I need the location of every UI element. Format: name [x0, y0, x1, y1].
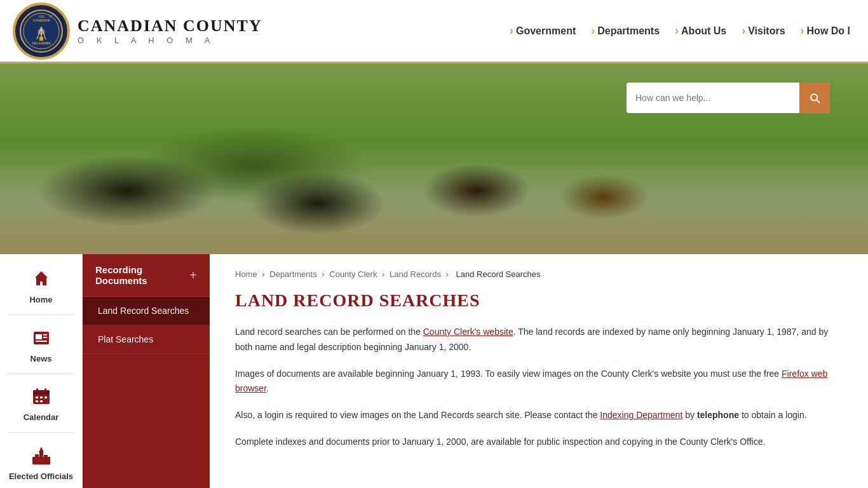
- nav-plat-searches[interactable]: Plat Searches: [83, 325, 210, 354]
- nav-departments[interactable]: › Departments: [586, 22, 665, 40]
- svg-rect-21: [36, 396, 38, 398]
- nav-government[interactable]: › Government: [505, 22, 581, 40]
- seal-icon: CANADIAN OKLAHOMA 1890 OK: [19, 9, 64, 53]
- county-clerk-website-link[interactable]: County Clerk's website: [423, 327, 513, 337]
- svg-rect-29: [44, 455, 48, 459]
- sidebar-item-news[interactable]: News: [0, 320, 82, 369]
- breadcrumb-departments[interactable]: Departments: [269, 269, 316, 279]
- svg-rect-19: [36, 388, 38, 392]
- sidebar-calendar-label: Calendar: [24, 412, 59, 423]
- svg-text:OK: OK: [49, 15, 53, 18]
- sidebar-icons: Home News: [0, 254, 83, 488]
- svg-marker-30: [39, 447, 44, 452]
- svg-rect-24: [36, 400, 38, 402]
- content-area: Home › Departments › County Clerk › Land…: [210, 254, 868, 488]
- logo-text: CANADIAN COUNTY O K L A H O M A: [78, 17, 262, 45]
- sidebar-home-label: Home: [29, 295, 52, 305]
- svg-rect-25: [40, 400, 43, 402]
- chevron-icon: ›: [591, 24, 595, 37]
- calendar-icon: [28, 383, 55, 410]
- state-name: O K L A H O M A: [78, 36, 262, 45]
- content-para-1: Land record searches can be performed on…: [235, 325, 843, 355]
- search-icon: [808, 92, 821, 104]
- svg-rect-27: [35, 454, 39, 459]
- plus-icon: +: [189, 268, 197, 283]
- main-nav: › Government › Departments › About Us › …: [505, 22, 855, 40]
- sidebar-news-label: News: [31, 354, 52, 364]
- svg-rect-14: [43, 334, 47, 336]
- svg-rect-22: [40, 396, 43, 398]
- svg-rect-18: [33, 390, 50, 395]
- nav-recording-documents[interactable]: Recording Documents +: [83, 254, 210, 297]
- page-title: LAND RECORD SEARCHES: [235, 290, 843, 311]
- nav-visitors[interactable]: › Visitors: [736, 22, 790, 40]
- indexing-department-link[interactable]: Indexing Department: [600, 410, 682, 420]
- chevron-icon: ›: [742, 24, 745, 37]
- svg-rect-16: [36, 341, 47, 342]
- svg-rect-20: [44, 388, 46, 392]
- content-para-2: Images of documents are available beginn…: [235, 367, 843, 397]
- nav-how-do-i[interactable]: › How Do I: [796, 22, 855, 40]
- search-button[interactable]: [799, 83, 830, 113]
- svg-point-8: [37, 29, 45, 35]
- sidebar-item-elected-officials[interactable]: Elected Officials: [0, 437, 82, 487]
- county-name: CANADIAN COUNTY: [78, 17, 262, 36]
- nav-land-record-searches[interactable]: Land Record Searches: [83, 297, 210, 325]
- svg-rect-15: [43, 337, 47, 338]
- breadcrumb: Home › Departments › County Clerk › Land…: [235, 269, 843, 279]
- search-input[interactable]: [627, 93, 799, 103]
- content-para-3: Also, a login is required to view images…: [235, 408, 843, 423]
- left-nav: Recording Documents + Land Record Search…: [83, 254, 210, 488]
- breadcrumb-home[interactable]: Home: [235, 269, 257, 279]
- logo-seal: CANADIAN OKLAHOMA 1890 OK: [13, 3, 70, 60]
- content-para-4: Complete indexes and documents prior to …: [235, 435, 843, 450]
- svg-rect-13: [36, 334, 42, 339]
- news-icon: [28, 325, 55, 351]
- svg-rect-28: [39, 452, 43, 459]
- breadcrumb-land-records[interactable]: Land Records: [390, 269, 441, 279]
- breadcrumb-county-clerk[interactable]: County Clerk: [329, 269, 377, 279]
- site-header: CANADIAN OKLAHOMA 1890 OK CANADIAN COUNT…: [0, 0, 868, 64]
- sidebar-item-calendar[interactable]: Calendar: [0, 378, 82, 428]
- officials-icon: [28, 442, 55, 469]
- svg-rect-23: [44, 396, 47, 398]
- hero-banner: [0, 64, 868, 254]
- chevron-icon: ›: [510, 24, 513, 37]
- svg-text:OKLAHOMA: OKLAHOMA: [32, 41, 51, 45]
- sidebar-item-home[interactable]: Home: [0, 261, 82, 310]
- logo-area: CANADIAN OKLAHOMA 1890 OK CANADIAN COUNT…: [13, 3, 262, 60]
- breadcrumb-current: Land Record Searches: [456, 269, 541, 279]
- nav-about-us[interactable]: › About Us: [670, 22, 731, 40]
- svg-text:1890: 1890: [38, 15, 45, 18]
- sidebar-officials-label: Elected Officials: [9, 471, 73, 482]
- chevron-icon: ›: [675, 24, 679, 37]
- main-layout: Home News: [0, 254, 868, 488]
- svg-rect-7: [39, 37, 43, 41]
- hero-search-bar: [627, 83, 830, 113]
- svg-text:CANADIAN: CANADIAN: [33, 18, 50, 22]
- chevron-icon: ›: [801, 24, 804, 37]
- home-icon: [28, 266, 55, 292]
